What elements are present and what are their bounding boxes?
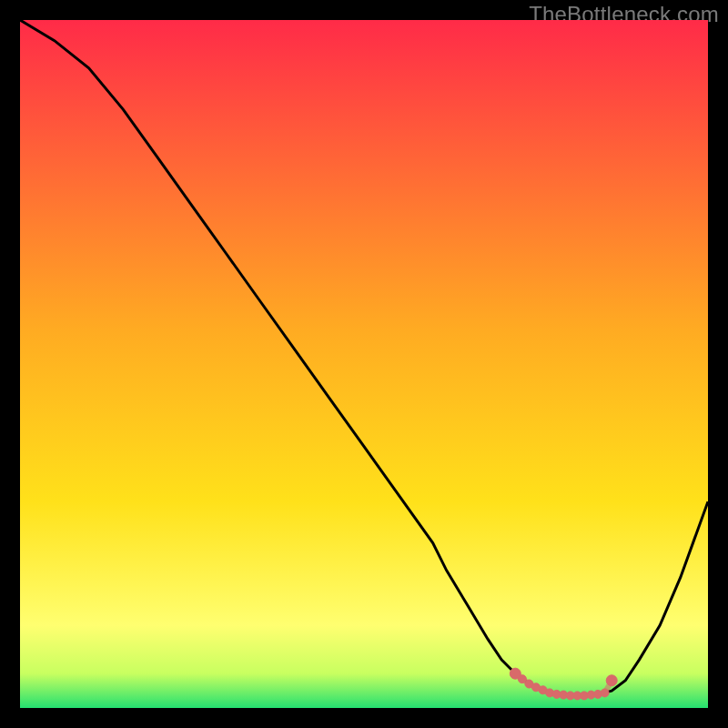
marker-dot	[601, 689, 609, 697]
plot-area	[20, 20, 708, 708]
marker-dot	[606, 675, 617, 686]
chart-frame: TheBottleneck.com	[0, 0, 728, 728]
chart-svg	[20, 20, 708, 708]
gradient-background	[20, 20, 708, 708]
